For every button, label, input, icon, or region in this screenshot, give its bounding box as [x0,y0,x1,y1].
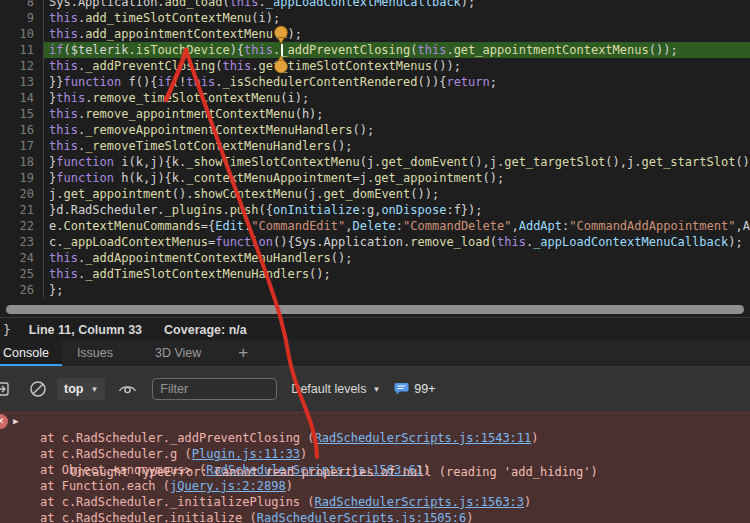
code-line-17[interactable]: 17this._removeTimeSlotContextMenuHandler… [0,138,750,154]
add-tab-button[interactable]: + [228,343,258,363]
tab-console[interactable]: Console [0,340,62,366]
tab-issues[interactable]: Issues [62,340,128,366]
error-icon: ✕ [0,414,8,429]
code-text: }function i(k,j){k._showTimeSlotContextM… [44,154,750,170]
line-number[interactable]: 14 [0,90,44,106]
line-number[interactable]: 19 [0,170,44,186]
issues-counter[interactable]: 99+ [394,382,435,396]
line-number[interactable]: 21 [0,202,44,218]
code-text: this._removeAppointmentContextMenuHandle… [44,122,750,138]
code-line-20[interactable]: 20j.get_appointment().showContextMenu(j.… [0,186,750,202]
code-line-18[interactable]: 18}function i(k,j){k._showTimeSlotContex… [0,154,750,170]
tab-3d-view[interactable]: 3D View [140,340,216,366]
code-text: c._appLoadContextMenus=function(){Sys.Ap… [44,234,750,250]
code-line-8[interactable]: 8Sys.Application.add_load(this._appLoadC… [0,0,750,10]
code-text: }; [44,282,750,298]
code-text: this.add_timeSlotContextMenu(i); [44,10,750,26]
code-text: this._addPreventClosing(this.get_timeSlo… [44,58,750,74]
code-text: }d.RadScheduler._plugins.push({onInitial… [44,202,750,218]
cursor-position-label: Line 11, Column 33 [29,323,142,337]
live-expression-eye-icon[interactable] [117,379,137,399]
code-line-23[interactable]: 23c._appLoadContextMenus=function(){Sys.… [0,234,750,250]
javascript-context-select[interactable]: top ▼ [57,378,105,400]
source-status-bar: } Line 11, Column 33 Coverage: n/a [0,317,750,341]
source-location-link[interactable]: RadSchedulerScripts.js:1505:6 [257,511,467,523]
code-text: }}function f(){if(!this._isSchedulerCont… [44,74,750,90]
drawer-tab-bar: Console Issues 3D View + [0,340,750,367]
line-number[interactable]: 10 [0,26,44,42]
line-number[interactable]: 18 [0,154,44,170]
console-sidebar-icon[interactable] [0,379,11,399]
code-line-26[interactable]: 26}; [0,282,750,298]
line-number[interactable]: 25 [0,266,44,282]
horizontal-scrollbar [0,303,750,317]
source-editor[interactable]: 8Sys.Application.add_load(this._appLoadC… [0,0,750,302]
code-text: j.get_appointment().showContextMenu(j.ge… [44,186,750,202]
code-line-12[interactable]: 12this._addPreventClosing(this.get_timeS… [0,58,750,74]
line-number[interactable]: 22 [0,218,44,234]
expand-triangle-icon[interactable]: ▶ [13,413,18,430]
code-line-24[interactable]: 24this._addAppointmentContextMenuHandler… [0,250,750,266]
stack-frame: at c.RadScheduler._initializePlugins (Ra… [0,494,750,510]
line-number[interactable]: 9 [0,10,44,26]
source-location-link[interactable]: RadSchedulerScripts.js:1563:3 [315,495,525,509]
clear-console-icon[interactable] [28,379,48,399]
code-text: this.remove_appointmentContextMenu(h); [44,106,750,122]
line-number[interactable]: 17 [0,138,44,154]
position-pin-bottom-icon [273,52,289,74]
line-number[interactable]: 24 [0,250,44,266]
code-line-21[interactable]: 21}d.RadScheduler._plugins.push({onIniti… [0,202,750,218]
line-number[interactable]: 20 [0,186,44,202]
chevron-down-icon: ▼ [372,385,380,394]
code-line-19[interactable]: 19}function h(k,j){k._contextMenuAppoint… [0,170,750,186]
message-bubble-icon [394,382,409,396]
coverage-label: Coverage: n/a [164,323,247,337]
code-text: if($telerik.isTouchDevice){this._addPrev… [44,42,750,58]
source-location-link[interactable]: jQuery.js:2:2898 [170,479,286,493]
stack-frame: at c.RadScheduler._addPreventClosing (Ra… [0,430,750,446]
code-text: this._addTimeSlotContextMenuHandlers(); [44,266,750,282]
line-number[interactable]: 15 [0,106,44,122]
console-messages: ✕ ▶ Uncaught TypeError: Cannot read prop… [0,412,750,523]
code-line-13[interactable]: 13}}function f(){if(!this._isSchedulerCo… [0,74,750,90]
error-message-text: Uncaught TypeError: Cannot read properti… [70,465,597,479]
devtools-window: 8Sys.Application.add_load(this._appLoadC… [0,0,750,523]
code-line-15[interactable]: 15this.remove_appointmentContextMenu(h); [0,106,750,122]
line-number[interactable]: 11 [0,42,44,58]
source-location-link[interactable]: RadSchedulerScripts.js:1543:11 [315,431,532,445]
stack-frame: at c.RadScheduler.initialize (RadSchedul… [0,510,750,523]
code-line-14[interactable]: 14}this.remove_timeSlotContextMenu(i); [0,90,750,106]
log-levels-dropdown[interactable]: Default levels ▼ [291,382,380,396]
line-number[interactable]: 13 [0,74,44,90]
code-line-16[interactable]: 16this._removeAppointmentContextMenuHand… [0,122,750,138]
line-number[interactable]: 16 [0,122,44,138]
code-text: }function h(k,j){k._contextMenuAppointme… [44,170,750,186]
issues-count-label: 99+ [414,382,435,396]
console-error-message: ✕ ▶ Uncaught TypeError: Cannot read prop… [0,413,750,430]
pretty-print-icon[interactable]: } [3,322,11,337]
code-text: this._removeTimeSlotContextMenuHandlers(… [44,138,750,154]
code-line-25[interactable]: 25this._addTimeSlotContextMenuHandlers()… [0,266,750,282]
code-line-9[interactable]: 9this.add_timeSlotContextMenu(i); [0,10,750,26]
code-line-11[interactable]: 11if($telerik.isTouchDevice){this._addPr… [0,42,750,58]
code-line-10[interactable]: 10this.add_appointmentContextMenu(h); [0,26,750,42]
code-text: this.add_appointmentContextMenu(h); [44,26,750,42]
code-text: e.ContextMenuCommands={Edit:"CommandEdit… [44,218,750,234]
stack-frame: at c.RadScheduler.g (Plugin.js:11:33) [0,446,750,462]
line-number[interactable]: 23 [0,234,44,250]
line-number[interactable]: 26 [0,282,44,298]
code-text: }this.remove_timeSlotContextMenu(i); [44,90,750,106]
scrollbar-thumb[interactable] [6,305,744,314]
code-text: Sys.Application.add_load(this._appLoadCo… [44,0,750,10]
console-filter-input[interactable] [152,378,277,400]
code-text: this._addAppointmentContextMenuHandlers(… [44,250,750,266]
chevron-down-icon: ▼ [90,385,98,394]
position-pin-top-icon [273,25,289,47]
code-line-22[interactable]: 22e.ContextMenuCommands={Edit:"CommandEd… [0,218,750,234]
source-location-link[interactable]: Plugin.js:11:33 [192,447,300,461]
line-number[interactable]: 12 [0,58,44,74]
console-toolbar: top ▼ Default levels ▼ 99+ [0,367,750,412]
line-number[interactable]: 8 [0,0,44,10]
